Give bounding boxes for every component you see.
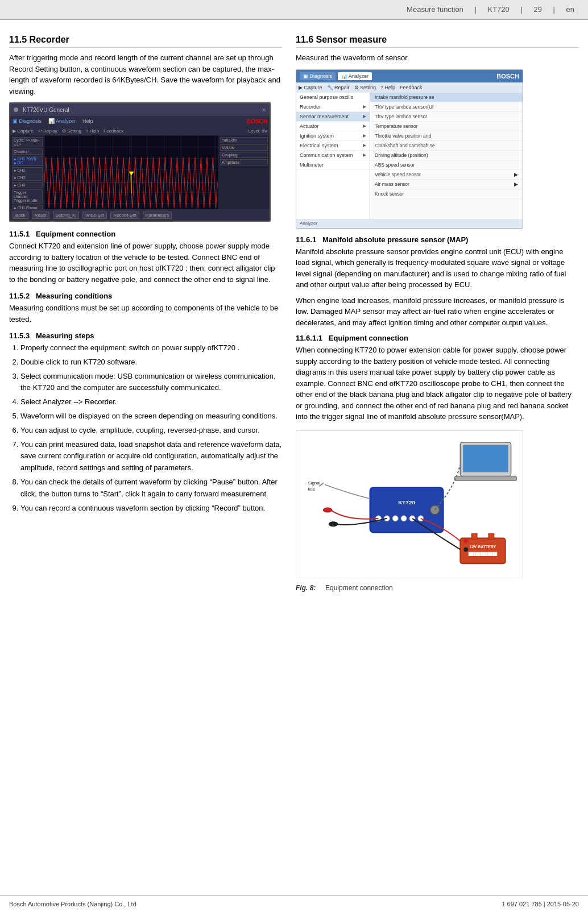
sub-11-5-2-title: 11.5.2 Measuring conditions bbox=[9, 292, 282, 300]
section-11-5-num: 11.5 bbox=[9, 35, 27, 44]
step-1: Properly connect the equipment; switch o… bbox=[20, 342, 282, 354]
osc-btn-parameters[interactable]: Parameters bbox=[143, 212, 172, 219]
header-model: KT720 bbox=[487, 5, 509, 14]
osc-volt-div: Volt/div bbox=[220, 144, 268, 151]
svg-rect-7 bbox=[454, 476, 516, 480]
step-6: You can adjust to cycle, amplitude, coup… bbox=[20, 425, 282, 437]
osc-btn-setting[interactable]: Setting_K| bbox=[53, 212, 80, 219]
sm-item-multimeter: Multimeter bbox=[296, 160, 370, 170]
sm-right-thv2[interactable]: ThV type lambda sensor bbox=[370, 112, 523, 122]
sm-right-knock[interactable]: Knock sensor bbox=[370, 189, 523, 199]
sm-setting: ⚙ Setting bbox=[354, 85, 376, 90]
equipment-diagram-svg: KT720 12V BATTERY ████████████ bbox=[296, 431, 523, 578]
step-4: Select Analyzer --> Recorder. bbox=[20, 396, 282, 408]
sub-11-6-1-title: 11.6.1 Manifold absolute pressure sensor… bbox=[296, 235, 579, 244]
svg-text:████████████: ████████████ bbox=[469, 552, 498, 556]
svg-rect-18 bbox=[471, 533, 477, 539]
svg-point-22 bbox=[323, 507, 332, 512]
osc-topbar: KT720VU General ✕ bbox=[10, 103, 270, 116]
sm-capture: ▶ Capture bbox=[299, 85, 322, 90]
step-5: Waveform will be displayed on the screen… bbox=[20, 411, 282, 422]
osc-tab-analyzer: 📊 Analyzer bbox=[48, 118, 76, 124]
sm-item-ignition: Ignition system▶ bbox=[296, 131, 370, 141]
sub-11-6-1-1-text: When connecting KT720 to power extension… bbox=[296, 345, 579, 422]
sm-right-air-mass[interactable]: Air mass sensor ▶ bbox=[370, 180, 523, 189]
sm-item-actuator: Actuator▶ bbox=[296, 122, 370, 131]
osc-window-title: KT720VU General bbox=[23, 107, 69, 113]
osc-capture: ▶ Capture bbox=[13, 128, 34, 134]
osc-btn-back[interactable]: Back bbox=[13, 212, 28, 219]
osc-bosch-logo: BOSCH bbox=[247, 118, 267, 125]
sm-right-altitude[interactable]: Driving altitude (position) bbox=[370, 151, 523, 160]
sm-left-menu: General purpose oscillo Recorder▶ Sensor… bbox=[296, 93, 370, 228]
sub-11-5-3-heading: Measuring steps bbox=[36, 331, 94, 340]
sm-item-electrical: Electrical system▶ bbox=[296, 141, 370, 151]
step-9: You can record a continuous waveform sec… bbox=[20, 503, 282, 515]
section-11-5-title: 11.5 Recorder bbox=[9, 35, 282, 48]
sm-bosch-logo: BOSCH bbox=[496, 73, 519, 80]
osc-ch4: ● CH4 bbox=[12, 182, 43, 188]
sm-item-recorder: Recorder▶ bbox=[296, 102, 370, 112]
sm-right-thv1[interactable]: ThV type lambda sensor(Uf bbox=[370, 102, 523, 112]
sm-tabs: ▣ Diagnosis 📊 Analyzer bbox=[300, 72, 372, 80]
sm-right-manifold[interactable]: Intake manifold pressure se bbox=[370, 93, 523, 102]
sm-footer: Analyzer bbox=[296, 219, 523, 228]
svg-text:line: line bbox=[308, 487, 315, 492]
step-3: Select communication mode: USB communica… bbox=[20, 371, 282, 395]
header-sep2: | bbox=[520, 5, 522, 14]
header-title: Measure function | KT720 | 29 | en bbox=[402, 5, 579, 14]
osc-trigger: Trigger channel: Trigger mode: bbox=[12, 189, 43, 204]
header-sep1: | bbox=[474, 5, 476, 14]
sub-11-5-1-heading: Equipment connection bbox=[36, 230, 115, 238]
osc-ch2: ● CH2 bbox=[12, 167, 43, 173]
osc-close: ✕ bbox=[262, 107, 266, 113]
osc-tab-diagnosis: ▣ Diagnosis bbox=[13, 118, 42, 124]
sub-11-5-2-text: Measuring conditions must be set up acco… bbox=[9, 302, 282, 325]
sm-right-vehicle-speed[interactable]: Vehicle speed sensor ▶ bbox=[370, 170, 523, 180]
sm-help: ? Help bbox=[380, 85, 395, 90]
equipment-diagram: KT720 12V BATTERY ████████████ bbox=[296, 430, 523, 578]
sub-11-5-1-num: 11.5.1 bbox=[9, 230, 30, 238]
right-column: 11.6 Sensor measure Measured the wavefor… bbox=[296, 35, 579, 595]
sm-feedback: Feedback bbox=[400, 85, 423, 90]
svg-point-23 bbox=[329, 521, 338, 526]
sm-tab-diagnosis: ▣ Diagnosis bbox=[300, 72, 336, 80]
osc-coupling: Coupling bbox=[220, 152, 268, 158]
sm-right-abs[interactable]: ABS speed sensor bbox=[370, 160, 523, 170]
svg-text:Signal: Signal bbox=[308, 480, 320, 486]
osc-setting: ⚙ Setting bbox=[62, 128, 81, 134]
sub-11-6-1-heading: Manifold absolute pressure sensor (MAP) bbox=[322, 235, 468, 244]
section-11-6-title: 11.6 Sensor measure bbox=[296, 35, 579, 48]
osc-cycle: Cycle: >>Max-G1> bbox=[12, 137, 43, 147]
osc-bottom-bar: Back Reset Setting_K| Wide-Set Record-Se… bbox=[10, 209, 270, 221]
sm-topbar: ▣ Diagnosis 📊 Analyzer BOSCH bbox=[296, 70, 523, 82]
sub-11-6-1-num: 11.6.1 bbox=[296, 235, 316, 244]
osc-ch1: ● CH1 70/70~ ● DC bbox=[12, 156, 43, 166]
sub-11-5-3-steps: Properly connect the equipment; switch o… bbox=[9, 342, 282, 514]
oscilloscope-screenshot: KT720VU General ✕ ▣ Diagnosis 📊 Analyzer… bbox=[9, 102, 271, 222]
osc-btn-reset[interactable]: Reset bbox=[32, 212, 49, 219]
sm-right-throttle[interactable]: Throttle valve position and bbox=[370, 131, 523, 141]
step-2: Double click to run KT720 software. bbox=[20, 356, 282, 368]
svg-marker-3 bbox=[129, 172, 134, 175]
sm-tab-analyzer: 📊 Analyzer bbox=[338, 72, 372, 80]
sub-11-5-2-num: 11.5.2 bbox=[9, 292, 30, 300]
sensor-menu-screenshot: ▣ Diagnosis 📊 Analyzer BOSCH ▶ Capture 🔧… bbox=[296, 69, 523, 229]
sm-right-temperature[interactable]: Temperature sensor bbox=[370, 122, 523, 131]
section-11-6-heading: Sensor measure bbox=[316, 35, 387, 44]
header-measure-function: Measure function bbox=[407, 5, 463, 14]
footer-bar: Bosch Automotive Products (Nanjing) Co.,… bbox=[0, 895, 588, 912]
sub-11-6-1-text2: When engine load increases, manifold pre… bbox=[296, 295, 579, 329]
svg-rect-6 bbox=[463, 445, 508, 472]
osc-btn-recordset[interactable]: Record-Set bbox=[110, 212, 139, 219]
osc-ch3: ● CH3 bbox=[12, 175, 43, 181]
osc-btn-wideset[interactable]: Wide-Set bbox=[82, 212, 107, 219]
sm-item-sensor[interactable]: Sensor measurement▶ bbox=[296, 112, 370, 122]
sm-right-crankshaft[interactable]: Crankshaft and camshaft se bbox=[370, 141, 523, 151]
sub-11-5-3-title: 11.5.3 Measuring steps bbox=[9, 331, 282, 340]
section-11-6-intro: Measured the waveform of sensor. bbox=[296, 52, 579, 64]
sub-11-6-1-text1: Manifold absolute pressure sensor provid… bbox=[296, 246, 579, 291]
header-lang: en bbox=[566, 5, 574, 14]
section-11-5-intro: After triggering mode and record length … bbox=[9, 52, 282, 97]
osc-tab-help: Help bbox=[82, 118, 93, 124]
